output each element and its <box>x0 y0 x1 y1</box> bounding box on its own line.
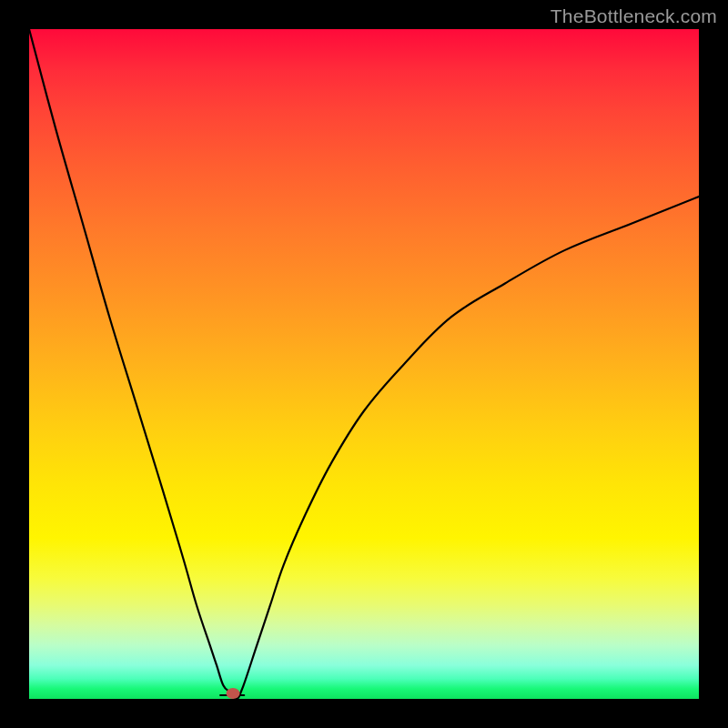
chart-frame: TheBottleneck.com <box>0 0 728 728</box>
bottleneck-curve <box>29 29 699 699</box>
watermark-text: TheBottleneck.com <box>551 5 717 27</box>
plot-area <box>29 29 699 699</box>
curve-svg <box>29 29 699 699</box>
optimum-marker <box>227 688 240 699</box>
